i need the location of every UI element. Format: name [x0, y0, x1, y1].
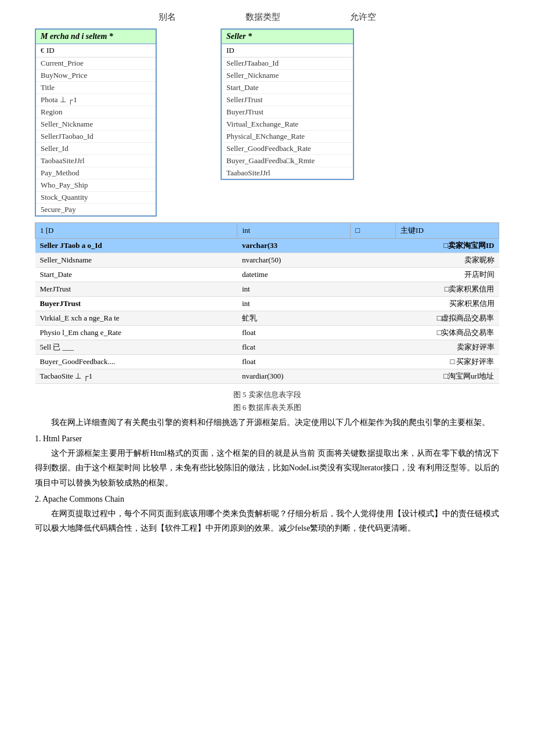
table-header-row: 1 [D int □ 主键ID [35, 223, 499, 239]
table-cell-type: int [237, 297, 351, 311]
table-cell-name: Virkial_E xch a nge_Ra te [35, 311, 237, 326]
field-who-pay: Who_Pay_Ship [36, 179, 156, 192]
table-row: 5ell 已 ___flcat卖家好评率 [35, 340, 499, 355]
table-cell-note: □实体商品交易率 [351, 326, 499, 340]
table-cell-type: nvarchar(50) [237, 253, 351, 268]
seller-entity: Seller * ID SellerJTaabao_Id Seller_Nick… [221, 28, 354, 180]
field-seller-nickname: Seller_Nickname [36, 118, 156, 131]
merchandise-title: M ercha nd i seltem * [36, 30, 156, 44]
table-cell-note: 买家积累信用 [351, 297, 499, 311]
header-datatype: 数据类型 [246, 12, 280, 23]
header-alias: 别名 [158, 12, 176, 23]
table-cell-note: □卖家淘宝网ID [351, 239, 499, 253]
table-cell-name: Start_Date [35, 268, 237, 282]
table-row: MerJTrustint□卖家积累信用 [35, 282, 499, 297]
framework-desc-2: 在网页提取过程中，每个不同页面到底该用哪个类来负责解析呢？仔细分析后，我个人觉得… [35, 506, 499, 535]
table-cell-note: 开店时间 [351, 268, 499, 282]
seller-pk-label: ID [226, 46, 234, 55]
table-cell-name: TacbaoSite ⊥ ┌1 [35, 369, 237, 384]
field-secure-pay: 5ecure_Pay [36, 204, 156, 215]
merchandise-pk-label: ID [46, 46, 55, 55]
table-cell-type: nvardiar(300) [237, 369, 351, 384]
table-cell-name: MerJTrust [35, 282, 237, 297]
intro-paragraph: 我在网上详细查阅了有关爬虫引擎的资料和仔细挑选了开源框架后。决定使用以下几个框架… [35, 415, 499, 430]
table-row: Seller JTaob a o_Idvarchar(33□卖家淘宝网ID [35, 239, 499, 253]
field-title: Title [36, 82, 156, 94]
table-cell-type: 虻乳 [237, 311, 351, 326]
table-cell-type: varchar(33 [237, 239, 351, 253]
seller-field-start-date: Start_Date [222, 82, 353, 94]
seller-field-buyer-feedback: Buyer_GaadFeedba□k_Rmte [222, 155, 353, 167]
table-cell-type: int [237, 282, 351, 297]
table-header-id: 1 [D [35, 223, 237, 239]
field-taobaa-site: TaobaaSiteJJrl [36, 155, 156, 167]
table-row: Start_Datedatetime开店时间 [35, 268, 499, 282]
table-cell-type: float [237, 326, 351, 340]
field-buynow-price: BuyNow_Price [36, 70, 156, 82]
seller-field-nickname: Seller_Nickname [222, 70, 353, 82]
framework-item-2: 2. Apache Commons Chain在网页提取过程中，每个不同页面到底… [35, 495, 499, 535]
table-row: Seller_Nidsnamenvarchar(50)卖家昵称 [35, 253, 499, 268]
table-cell-name: Buyer_GoodFeedback.... [35, 355, 237, 369]
table-cell-name: 5ell 已 ___ [35, 340, 237, 355]
framework-heading-2: 2. Apache Commons Chain [35, 495, 499, 504]
table-row: BuyerJTrustint买家积累信用 [35, 297, 499, 311]
pk-symbol: € [41, 46, 44, 55]
header-nullable: 允许空 [350, 12, 376, 23]
table-cell-note: □虚拟商品交易率 [351, 311, 499, 326]
seller-field-virtual-rate: Virtual_Exchange_Rate [222, 118, 353, 131]
field-current-price: Current_Prioe [36, 57, 156, 70]
seller-field-taobao-site: TaabaoSiteJJrl [222, 167, 353, 179]
page-header: 别名 数据类型 允许空 [35, 12, 499, 23]
field-seller-id: Seller_Id [36, 143, 156, 155]
table-row: Physio l_Em chang e_Ratefloat□实体商品交易率 [35, 326, 499, 340]
table-header-type: int [237, 223, 351, 239]
seller-field-physical-rate: Physical_ENchange_Rate [222, 131, 353, 143]
table-row: Buyer_GoodFeedback....float□ 买家好评率 [35, 355, 499, 369]
field-stock: Stock_Quantity [36, 192, 156, 204]
table-cell-note: □ 买家好评率 [351, 355, 499, 369]
table-cell-note: 卖家昵称 [351, 253, 499, 268]
diagram-area: M ercha nd i seltem * € ID Current_Prioe… [35, 28, 499, 217]
field-seller-taobao-id: SellerJTaobao_Id [36, 131, 156, 143]
table-cell-type: flcat [237, 340, 351, 355]
table-row: Virkial_E xch a nge_Ra te虻乳□虚拟商品交易率 [35, 311, 499, 326]
framework-desc-1: 这个开源框架主要用于解析Html格式的页面，这个框架的目的就是从当前 页面将关键… [35, 446, 499, 490]
table-cell-note: □卖家积累信用 [351, 282, 499, 297]
seller-field-good-feedback: Seller_GoodFeedback_Rate [222, 143, 353, 155]
table-cell-name: Seller_Nidsname [35, 253, 237, 268]
framework-heading-1: 1. Html Parser [35, 434, 499, 444]
seller-pk: ID [222, 44, 353, 57]
table-cell-name: Seller JTaob a o_Id [35, 239, 237, 253]
field-photo: Phota ⊥ ┌1 [36, 94, 156, 106]
merchandise-pk: € ID [36, 44, 156, 57]
seller-title: Seller * [222, 30, 353, 44]
fig5-caption: 图 5 卖家信息表字段 [35, 390, 499, 400]
table-cell-note: 卖家好评率 [351, 340, 499, 355]
fig6-caption: 图 6 数据库表关系图 [35, 402, 499, 413]
seller-field-seller-trust: SellerJTrust [222, 94, 353, 106]
table-cell-type: float [237, 355, 351, 369]
merchandise-entity: M ercha nd i seltem * € ID Current_Prioe… [35, 28, 157, 217]
table-cell-name: BuyerJTrust [35, 297, 237, 311]
field-region: Region [36, 106, 156, 118]
seller-field-buyer-trust: BuyerJTrust [222, 106, 353, 118]
table-cell-type: datetime [237, 268, 351, 282]
framework-item-1: 1. Html Parser这个开源框架主要用于解析Html格式的页面，这个框架… [35, 434, 499, 490]
field-pay-method: Pay_Method [36, 167, 156, 179]
table-cell-name: Physio l_Em chang e_Rate [35, 326, 237, 340]
table-cell-note: □淘宝网url地址 [351, 369, 499, 384]
seller-info-table: 1 [D int □ 主键ID Seller JTaob a o_Idvarch… [35, 222, 499, 384]
table-header-pk: 主键ID [396, 223, 499, 239]
table-row: TacbaoSite ⊥ ┌1nvardiar(300)□淘宝网url地址 [35, 369, 499, 384]
table-header-nullable: □ [351, 223, 396, 239]
seller-field-taobao-id: SellerJTaabao_Id [222, 57, 353, 70]
